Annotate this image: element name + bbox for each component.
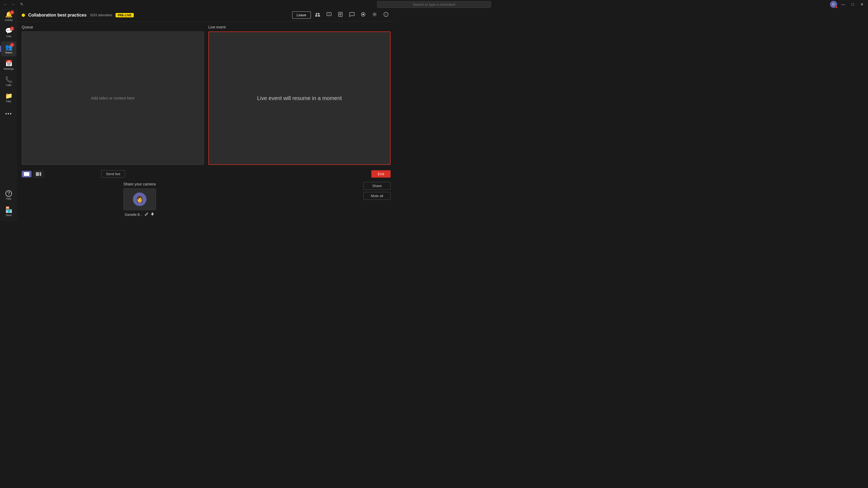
- sidebar-bottom: ? Help 🏪 Store: [1, 188, 16, 221]
- camera-section: Share your camera 👩 Danielle B... Share …: [18, 180, 395, 221]
- back-arrow[interactable]: ←: [2, 1, 9, 8]
- queue-video-box[interactable]: Add video or content here: [22, 31, 204, 165]
- calls-icon: 📞: [5, 76, 12, 83]
- sidebar-item-meetings[interactable]: 📅 Meetings: [1, 58, 16, 73]
- mute-all-button[interactable]: Mute all: [364, 192, 391, 200]
- camera-content: Share your camera 👩 Danielle B...: [123, 182, 156, 217]
- search-area: [377, 1, 395, 8]
- camera-action-buttons: Share Mute all: [364, 182, 391, 200]
- content-area: Queue Add video or content here Live eve…: [18, 22, 395, 168]
- sidebar-item-label: Meetings: [4, 67, 14, 70]
- search-input[interactable]: [377, 1, 395, 8]
- info-icon-button[interactable]: i: [381, 10, 391, 20]
- camera-avatar: 👩: [133, 193, 147, 206]
- settings-icon-button[interactable]: [370, 10, 379, 20]
- main-content: Collaboration best practices 3333 attend…: [18, 9, 395, 221]
- sidebar-item-chat[interactable]: 💬 Chat 1: [1, 25, 16, 40]
- files-icon: 📁: [5, 93, 12, 99]
- camera-preview: 👩: [123, 188, 156, 210]
- camera-edit-button[interactable]: [145, 212, 148, 217]
- meetings-icon: 📅: [5, 60, 12, 67]
- sidebar: 🔔 Activity 2 💬 Chat 1 👥 Teams 1 📅 Meetin…: [0, 0, 18, 221]
- forward-arrow[interactable]: →: [10, 1, 16, 8]
- svg-point-12: [374, 13, 375, 15]
- camera-participant-name: Danielle B...: [125, 213, 143, 217]
- event-status-dot: [22, 13, 25, 17]
- teams-badge: 1: [10, 43, 14, 47]
- sidebar-item-label: Activity: [5, 19, 13, 22]
- sidebar-item-label: Help: [6, 197, 11, 200]
- chat-icon-button[interactable]: [347, 10, 356, 20]
- sidebar-item-teams[interactable]: 👥 Teams 1: [1, 41, 16, 56]
- live-event-title: Live event: [208, 25, 391, 29]
- participants-icon-button[interactable]: [313, 10, 322, 20]
- layout-btn-split[interactable]: [34, 171, 43, 177]
- send-live-button[interactable]: Send live: [101, 170, 125, 177]
- svg-rect-1: [318, 13, 319, 14]
- pre-live-badge: PRE-LIVE: [116, 13, 134, 18]
- live-event-video-box: Live event will resume in a moment: [208, 31, 391, 165]
- producer-icon-button[interactable]: [359, 10, 368, 20]
- queue-placeholder-text: Add video or content here: [91, 96, 134, 100]
- layout-split-icon: [36, 172, 41, 176]
- title-bar-left: ← → ✎: [2, 1, 25, 8]
- svg-text:i: i: [386, 13, 386, 16]
- sidebar-item-calls[interactable]: 📞 Calls: [1, 74, 16, 89]
- camera-name-row: Danielle B...: [125, 212, 154, 217]
- attendees-count: 3333 attendees: [90, 13, 112, 17]
- svg-rect-15: [152, 213, 153, 215]
- svg-point-11: [362, 13, 364, 15]
- activity-badge: 2: [10, 10, 14, 14]
- sidebar-item-activity[interactable]: 🔔 Activity 2: [1, 9, 16, 24]
- sidebar-item-store[interactable]: 🏪 Store: [1, 204, 16, 219]
- resources-icon-button[interactable]: [336, 10, 345, 20]
- compose-icon[interactable]: ✎: [19, 1, 25, 8]
- sidebar-item-label: Files: [6, 100, 11, 103]
- live-event-message: Live event will resume in a moment: [257, 95, 342, 101]
- chat-badge: 1: [10, 27, 14, 31]
- sidebar-item-label: Chat: [6, 35, 11, 38]
- share-button[interactable]: Share: [364, 182, 391, 190]
- sidebar-item-files[interactable]: 📁 Files: [1, 90, 16, 105]
- sidebar-item-help[interactable]: ? Help: [1, 188, 16, 203]
- help-icon: ?: [5, 190, 12, 197]
- live-event-panel: Live event Live event will resume in a m…: [208, 25, 391, 165]
- svg-text:?: ?: [328, 13, 330, 16]
- top-bar-actions: Leave ? i: [292, 10, 391, 20]
- queue-panel: Queue Add video or content here: [22, 25, 204, 165]
- title-bar: ← → ✎ D — □ ✕: [0, 0, 395, 9]
- more-icon: •••: [5, 111, 12, 117]
- event-top-bar: Collaboration best practices 3333 attend…: [18, 9, 395, 22]
- layout-btn-single[interactable]: [22, 171, 31, 177]
- svg-rect-2: [315, 15, 317, 17]
- queue-title: Queue: [22, 25, 204, 29]
- sidebar-item-label: Store: [6, 214, 12, 217]
- bottom-controls-bar: Send live End: [18, 168, 395, 180]
- sidebar-item-label: Teams: [5, 51, 12, 54]
- sidebar-item-more[interactable]: •••: [1, 106, 16, 122]
- leave-button[interactable]: Leave: [292, 11, 311, 19]
- event-title: Collaboration best practices: [28, 13, 87, 18]
- qa-icon-button[interactable]: ?: [324, 10, 334, 20]
- camera-section-title: Share your camera: [123, 182, 156, 186]
- layout-single-icon: [24, 172, 29, 176]
- camera-mute-button[interactable]: [151, 212, 154, 217]
- end-button[interactable]: End: [371, 170, 391, 177]
- nav-arrows: ← →: [2, 1, 16, 8]
- svg-rect-3: [318, 15, 320, 17]
- store-icon: 🏪: [5, 206, 12, 214]
- event-info: Collaboration best practices 3333 attend…: [22, 13, 134, 18]
- svg-rect-0: [316, 13, 317, 14]
- sidebar-item-label: Calls: [6, 84, 11, 87]
